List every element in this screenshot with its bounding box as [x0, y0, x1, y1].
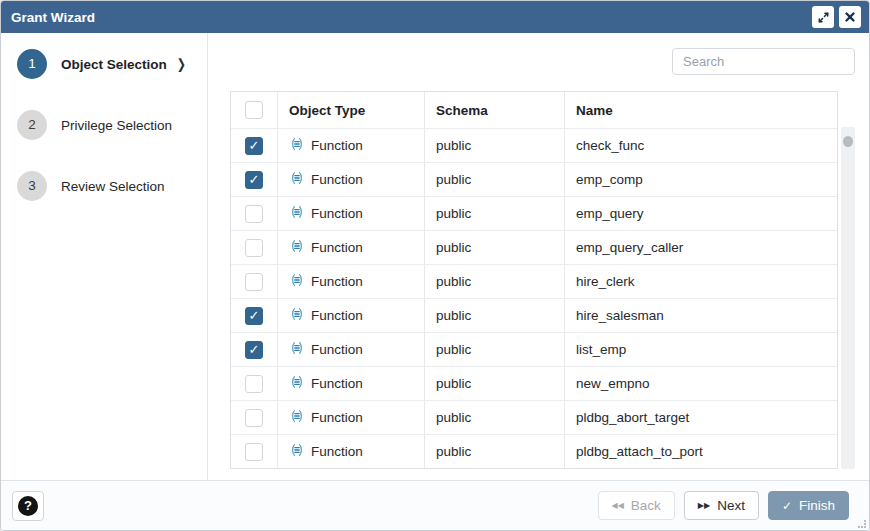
object-name-label: emp_comp — [564, 163, 837, 196]
step-number-badge: 3 — [17, 171, 47, 201]
step-object-selection[interactable]: 1 Object Selection — [1, 49, 207, 79]
schema-label: public — [424, 197, 564, 230]
function-icon — [289, 272, 305, 291]
help-icon: ? — [18, 496, 38, 516]
next-button[interactable]: ▶▶ Next — [684, 491, 759, 520]
table-row[interactable]: Function public check_func — [231, 128, 837, 162]
object-name-label: emp_query — [564, 197, 837, 230]
dialog-title: Grant Wizard — [11, 10, 95, 25]
function-icon — [289, 340, 305, 359]
object-name-label: hire_salesman — [564, 299, 837, 332]
object-name-label: check_func — [564, 129, 837, 162]
help-button[interactable]: ? — [12, 491, 44, 521]
finish-button[interactable]: ✓ Finish — [768, 491, 849, 520]
table-row[interactable]: Function public emp_comp — [231, 162, 837, 196]
select-all-checkbox[interactable] — [245, 101, 263, 119]
search-input[interactable] — [672, 48, 855, 75]
schema-label: public — [424, 129, 564, 162]
object-type-label: Function — [311, 376, 363, 391]
object-table-body: Function public check_func Function — [231, 128, 837, 468]
table-row[interactable]: Function public hire_salesman — [231, 298, 837, 332]
check-icon: ✓ — [782, 499, 792, 513]
object-type-label: Function — [311, 240, 363, 255]
schema-label: public — [424, 265, 564, 298]
finish-button-label: Finish — [799, 498, 835, 513]
schema-label: public — [424, 163, 564, 196]
schema-label: public — [424, 435, 564, 468]
table-row[interactable]: Function public hire_clerk — [231, 264, 837, 298]
dialog-footer: ? ◀◀ Back ▶▶ Next ✓ Finish — [1, 480, 869, 530]
object-selection-panel: Object Type Schema Name — [208, 33, 869, 480]
object-type-label: Function — [311, 274, 363, 289]
footer-buttons: ◀◀ Back ▶▶ Next ✓ Finish — [598, 491, 849, 520]
object-type-label: Function — [311, 342, 363, 357]
scrollbar-thumb[interactable] — [843, 136, 853, 147]
wizard-steps-sidebar: 1 Object Selection 2 Privilege Selection… — [1, 33, 208, 480]
object-type-label: Function — [311, 410, 363, 425]
table-row[interactable]: Function public pldbg_abort_target — [231, 400, 837, 434]
table-row[interactable]: Function public emp_query — [231, 196, 837, 230]
double-right-arrow-icon: ▶▶ — [698, 501, 710, 510]
object-name-label: emp_query_caller — [564, 231, 837, 264]
schema-label: public — [424, 333, 564, 366]
column-header-object-type[interactable]: Object Type — [277, 92, 424, 128]
search-row — [230, 48, 855, 75]
function-icon — [289, 136, 305, 155]
table-row[interactable]: Function public pldbg_attach_to_port — [231, 434, 837, 468]
row-checkbox[interactable] — [245, 137, 263, 155]
function-icon — [289, 238, 305, 257]
object-type-label: Function — [311, 444, 363, 459]
column-header-schema[interactable]: Schema — [424, 92, 564, 128]
close-icon — [844, 11, 856, 23]
schema-label: public — [424, 401, 564, 434]
row-checkbox[interactable] — [245, 443, 263, 461]
function-icon — [289, 374, 305, 393]
table-row[interactable]: Function public new_empno — [231, 366, 837, 400]
object-name-label: list_emp — [564, 333, 837, 366]
row-checkbox[interactable] — [245, 171, 263, 189]
dialog-body: 1 Object Selection 2 Privilege Selection… — [1, 33, 869, 480]
row-checkbox[interactable] — [245, 409, 263, 427]
row-checkbox[interactable] — [245, 307, 263, 325]
object-type-label: Function — [311, 206, 363, 221]
back-button[interactable]: ◀◀ Back — [598, 491, 675, 520]
titlebar: Grant Wizard — [1, 1, 869, 33]
step-privilege-selection[interactable]: 2 Privilege Selection — [1, 110, 207, 140]
window-controls — [812, 6, 861, 28]
step-review-selection[interactable]: 3 Review Selection — [1, 171, 207, 201]
table-scrollbar[interactable] — [841, 91, 855, 469]
close-button[interactable] — [839, 6, 861, 28]
step-label: Object Selection — [61, 57, 167, 72]
row-checkbox[interactable] — [245, 239, 263, 257]
grant-wizard-dialog: Grant Wizard — [0, 0, 870, 531]
next-button-label: Next — [717, 498, 745, 513]
step-label: Review Selection — [61, 179, 165, 194]
function-icon — [289, 204, 305, 223]
row-checkbox[interactable] — [245, 205, 263, 223]
function-icon — [289, 442, 305, 461]
table-zone: Object Type Schema Name — [230, 91, 855, 469]
object-name-label: new_empno — [564, 367, 837, 400]
schema-label: public — [424, 299, 564, 332]
maximize-button[interactable] — [812, 6, 834, 28]
object-table: Object Type Schema Name — [230, 91, 838, 469]
schema-label: public — [424, 231, 564, 264]
resize-grip-icon[interactable] — [858, 520, 866, 528]
object-type-label: Function — [311, 138, 363, 153]
row-checkbox[interactable] — [245, 375, 263, 393]
table-row[interactable]: Function public list_emp — [231, 332, 837, 366]
scrollbar-track[interactable] — [841, 127, 855, 469]
step-number-badge: 2 — [17, 110, 47, 140]
object-name-label: pldbg_attach_to_port — [564, 435, 837, 468]
function-icon — [289, 170, 305, 189]
column-header-name[interactable]: Name — [564, 92, 837, 128]
row-checkbox[interactable] — [245, 341, 263, 359]
table-row[interactable]: Function public emp_query_caller — [231, 230, 837, 264]
row-checkbox[interactable] — [245, 273, 263, 291]
object-name-label: hire_clerk — [564, 265, 837, 298]
maximize-icon — [817, 11, 830, 24]
step-label: Privilege Selection — [61, 118, 172, 133]
table-header-row: Object Type Schema Name — [231, 92, 837, 128]
object-type-label: Function — [311, 172, 363, 187]
double-left-arrow-icon: ◀◀ — [612, 501, 624, 510]
